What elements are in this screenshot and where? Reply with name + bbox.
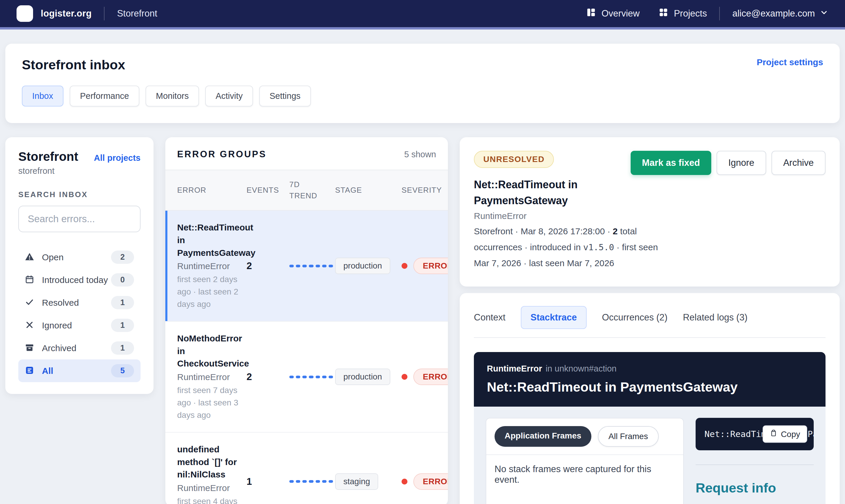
clipboard-icon	[770, 429, 777, 439]
table-header-row: ERROR EVENTS 7D TREND STAGE SEVERITY	[165, 170, 448, 211]
stacktrace-sidebar: Net::ReadTimeout in PaymentsGateway Copy…	[696, 418, 814, 504]
filter-label: Open	[42, 252, 64, 262]
filter-count-badge: 2	[111, 251, 134, 264]
events-count: 2	[247, 371, 289, 382]
severity-dot	[402, 479, 407, 485]
error-title: undefined method `[]' for nil:NilClass	[177, 443, 241, 481]
list-icon	[25, 366, 34, 376]
trend-sparkline	[289, 480, 335, 483]
shown-count: 5 shown	[404, 150, 436, 159]
ignore-button[interactable]: Ignore	[717, 151, 766, 175]
mark-as-fixed-button[interactable]: Mark as fixed	[631, 151, 711, 175]
nav-link-projects[interactable]: Projects	[658, 7, 707, 20]
nav-link-label: Overview	[601, 8, 639, 19]
tab-related-logs[interactable]: Related logs (3)	[683, 307, 747, 328]
nav-project-name: Storefront	[117, 8, 157, 19]
user-menu[interactable]: alice@example.com	[732, 8, 828, 19]
brand-name: logister.org	[41, 8, 91, 19]
column-header-trend: 7D TREND	[289, 179, 317, 201]
detail-error-title: Net::ReadTimeout in PaymentsGateway	[474, 177, 639, 209]
sidebar-item-ignored[interactable]: Ignored 1	[18, 314, 141, 337]
tab-occurrences[interactable]: Occurrences (2)	[602, 307, 668, 328]
filter-label: Ignored	[42, 321, 72, 330]
stage-badge: production	[335, 368, 390, 385]
stack-error-message: Net::ReadTimeout in PaymentsGateway	[487, 379, 812, 395]
nav-link-overview[interactable]: Overview	[586, 7, 639, 20]
events-count: 1	[247, 476, 289, 487]
error-groups-title: ERROR GROUPS	[177, 149, 267, 160]
error-groups-panel: ERROR GROUPS 5 shown ERROR EVENTS 7D TRE…	[165, 137, 448, 504]
nav-divider	[719, 7, 720, 20]
error-class: RuntimeError	[177, 483, 241, 493]
error-group-row[interactable]: NoMethodError in CheckoutService Runtime…	[165, 322, 448, 433]
all-frames-toggle[interactable]: All Frames	[598, 426, 659, 447]
sidebar-item-all[interactable]: All 5	[18, 359, 141, 382]
project-slug: storefront	[18, 166, 141, 176]
severity-badge: ERROR	[413, 473, 448, 490]
error-detail-tabs-card: Context Stacktrace Occurrences (2) Relat…	[460, 293, 840, 504]
detail-error-class: RuntimeError	[474, 211, 826, 221]
inbox-filter-list: Open 2 Introduced today 0 Resolved 1 Ign…	[18, 246, 141, 382]
projects-icon	[658, 7, 668, 20]
archive-icon	[25, 343, 34, 354]
error-seen-meta: first seen 7 days ago · last seen 3 days…	[177, 384, 241, 421]
user-email: alice@example.com	[732, 8, 815, 19]
tab-settings[interactable]: Settings	[259, 86, 311, 107]
archive-button[interactable]: Archive	[772, 151, 826, 175]
frames-toggle: Application Frames All Frames	[486, 418, 683, 455]
tab-context[interactable]: Context	[474, 307, 506, 328]
filter-label: Resolved	[42, 298, 79, 308]
all-projects-link[interactable]: All projects	[94, 153, 141, 163]
error-code-box: Net::ReadTimeout in PaymentsGateway Copy	[696, 418, 814, 450]
release-version: v1.5.0	[583, 242, 614, 252]
filter-count-badge: 1	[111, 319, 134, 332]
stack-error-location: in unknown#action	[546, 364, 616, 373]
trend-sparkline	[289, 265, 335, 267]
project-settings-link[interactable]: Project settings	[757, 57, 823, 67]
error-detail-card: UNRESOLVED Mark as fixed Ignore Archive …	[460, 137, 840, 287]
column-header-error: ERROR	[177, 186, 247, 195]
x-icon	[25, 320, 34, 331]
search-inbox-label: SEARCH INBOX	[18, 190, 141, 199]
error-seen-meta: first seen 2 days ago · last seen 2 days…	[177, 273, 241, 310]
frames-card: Application Frames All Frames No stack f…	[486, 418, 684, 504]
detail-tabs: Context Stacktrace Occurrences (2) Relat…	[474, 306, 826, 329]
filter-count-badge: 1	[111, 296, 134, 309]
stack-error-class: RuntimeError	[487, 364, 542, 373]
severity-badge: ERROR	[413, 368, 448, 385]
filter-label: Archived	[42, 343, 76, 353]
status-badge: UNRESOLVED	[474, 151, 554, 168]
tab-inbox[interactable]: Inbox	[22, 86, 64, 107]
events-count: 2	[247, 260, 289, 271]
stage-badge: production	[335, 258, 390, 274]
stage-badge: staging	[335, 473, 378, 490]
nav-link-label: Projects	[674, 8, 707, 19]
sidebar-item-open[interactable]: Open 2	[18, 246, 141, 269]
meta-text: Storefront · Mar 8, 2026 17:28:00 ·	[474, 226, 613, 236]
error-group-row[interactable]: undefined method `[]' for nil:NilClass R…	[165, 433, 448, 504]
brand-logo	[17, 5, 33, 22]
error-class: RuntimeError	[177, 372, 241, 382]
search-input[interactable]	[18, 206, 141, 232]
tab-stacktrace[interactable]: Stacktrace	[521, 306, 587, 329]
error-seen-meta: first seen 4 days ago · last seen	[177, 495, 241, 504]
application-frames-toggle[interactable]: Application Frames	[495, 426, 592, 447]
stacktrace-viewer: RuntimeErrorin unknown#action Net::ReadT…	[474, 352, 826, 504]
tab-performance[interactable]: Performance	[70, 86, 139, 107]
sidebar-item-archived[interactable]: Archived 1	[18, 337, 141, 359]
tabs-divider	[474, 337, 826, 338]
error-title: Net::ReadTimeout in PaymentsGateway	[177, 221, 241, 259]
sidebar-item-resolved[interactable]: Resolved 1	[18, 291, 141, 314]
error-group-row[interactable]: Net::ReadTimeout in PaymentsGateway Runt…	[165, 211, 448, 322]
sidebar-item-introduced-today[interactable]: Introduced today 0	[18, 269, 141, 291]
trend-sparkline	[289, 376, 335, 378]
error-class: RuntimeError	[177, 261, 241, 271]
copy-label: Copy	[781, 429, 800, 439]
tab-monitors[interactable]: Monitors	[145, 86, 199, 107]
column-header-severity: SEVERITY	[402, 186, 442, 195]
inbox-header-card: Storefront inbox Project settings Inbox …	[5, 44, 840, 123]
no-frames-message: No stack frames were captured for this e…	[486, 455, 683, 504]
copy-button[interactable]: Copy	[763, 426, 807, 443]
severity-badge: ERROR	[413, 258, 448, 274]
tab-activity[interactable]: Activity	[205, 86, 253, 107]
